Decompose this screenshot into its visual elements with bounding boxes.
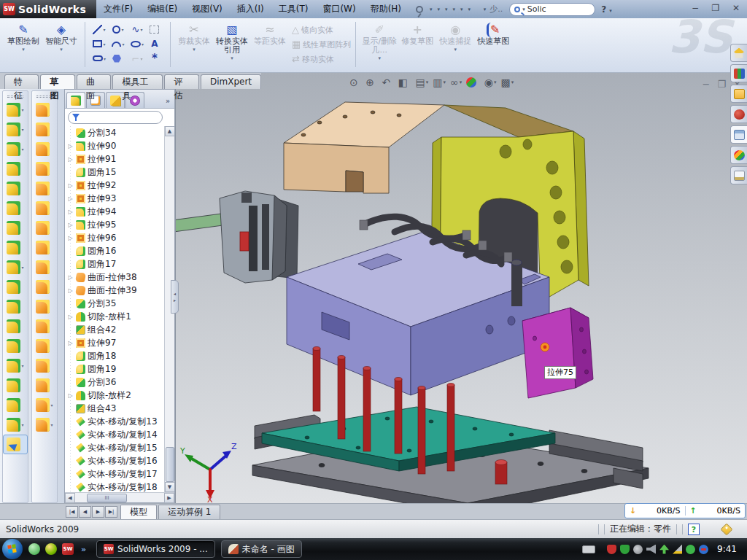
dropdown-arrow-icon[interactable]: ▾ (21, 422, 23, 427)
tree-item[interactable]: ▷ 拉伸96 (67, 231, 164, 244)
tree-item[interactable]: ▷ 圆角19 (67, 362, 164, 376)
scrollbar-thumb[interactable] (166, 447, 174, 482)
dropdown-arrow-icon[interactable]: ▾ (122, 42, 124, 47)
hud-button[interactable]: ▾ (466, 77, 480, 88)
task-pane-tab[interactable] (730, 105, 747, 123)
dropdown-arrow-icon[interactable]: ▾ (443, 79, 446, 85)
dropdown-arrow-icon[interactable]: ▾ (21, 265, 23, 270)
tree-item[interactable]: ▷ 拉伸94 (67, 205, 164, 218)
feature-toolbar-button[interactable]: ▾ (3, 297, 28, 316)
sketch-entity-button[interactable]: ▾ (90, 37, 109, 50)
part-tan-block[interactable] (284, 102, 444, 193)
standard-toolbar-button[interactable]: ▾ (427, 6, 434, 13)
feature-toolbar-button[interactable]: ▾ (3, 316, 28, 336)
quick-launch-overflow[interactable]: » (81, 545, 86, 554)
antivirus-tray-icon[interactable] (607, 545, 616, 554)
sketch-entity-button[interactable]: ▾ (109, 23, 128, 36)
menu-item[interactable]: 视图(V) (185, 0, 230, 18)
hud-button[interactable]: ▾ (450, 77, 462, 88)
commandmanager-button[interactable]: 显示/删除几... ▾ (360, 21, 398, 61)
search-dropdown-icon[interactable]: ▾ (522, 7, 525, 12)
expand-arrow-icon[interactable]: ▷ (67, 182, 74, 189)
dropdown-arrow-icon[interactable]: ▾ (193, 47, 196, 52)
tree-item[interactable]: ▷ 组合42 (67, 323, 164, 336)
scroll-right-icon[interactable]: ▶ (164, 493, 174, 503)
sketch-entity-button[interactable]: ▾ (109, 37, 128, 50)
dropdown-arrow-icon[interactable]: ▾ (140, 56, 142, 61)
feature-toolbar-button[interactable]: ▾ (3, 277, 28, 297)
tree-item[interactable]: ▷ 实体-移动/复制16 (67, 454, 164, 467)
restore-button[interactable]: ❐ (708, 2, 724, 15)
tree-item[interactable]: ▷ 切除-放样1 (67, 310, 164, 323)
tree-item[interactable]: ▷ 实体-移动/复制15 (67, 441, 164, 454)
commandmanager-button[interactable]: 智能尺寸 ▾ (42, 21, 80, 52)
sketch-entity-button[interactable]: ▾ (109, 52, 128, 65)
dropdown-arrow-icon[interactable]: ▾ (140, 27, 142, 32)
standard-toolbar-button[interactable]: ▾ (481, 6, 488, 13)
commandmanager-button[interactable]: 剪裁实体 ▾ (175, 21, 213, 61)
panel-splitter-handle[interactable]: ◂▸ (171, 280, 179, 314)
scroll-left-icon[interactable]: ◀ (65, 493, 75, 503)
search-input[interactable]: Solic (527, 4, 546, 14)
menu-item[interactable]: 窗口(W) (315, 0, 363, 18)
dropdown-arrow-icon[interactable]: ▾ (231, 55, 233, 61)
surface-toolbar-button[interactable]: ▾ (32, 159, 57, 179)
tree-item[interactable]: ▷ 实体-移动/复制13 (67, 415, 164, 428)
tree-item[interactable]: ▷ 切除-放样2 (67, 389, 164, 402)
study-nav-button[interactable]: |◀ (66, 506, 78, 518)
feature-toolbar-button[interactable]: ▾ (3, 356, 28, 376)
feature-toolbar-button[interactable]: ▾ (3, 257, 28, 277)
menu-item[interactable]: 工具(T) (271, 0, 316, 18)
keyboard-layout-icon[interactable] (582, 545, 595, 553)
motion-study-tab[interactable]: 运动算例 1 (158, 505, 220, 519)
dropdown-arrow-icon[interactable]: ▾ (379, 55, 382, 61)
surface-toolbar-button[interactable]: ▾ (32, 297, 57, 316)
tree-item[interactable]: ▷ 拉伸93 (67, 192, 164, 205)
sync-tray-icon[interactable] (699, 545, 708, 554)
tree-item[interactable]: ▷ 圆角15 (67, 166, 164, 179)
tree-item[interactable]: ▷ 圆角18 (67, 349, 164, 362)
tree-item[interactable]: ▷ 实体-移动/复制14 (67, 428, 164, 441)
surface-toolbar-button[interactable]: ▾ (32, 238, 57, 257)
surface-toolbar-button[interactable]: ▾ (32, 139, 57, 159)
wireless-tray-icon[interactable] (673, 545, 682, 554)
feature-toolbar-button[interactable]: ▾ (3, 120, 28, 139)
standard-toolbar-button[interactable]: ▾ (451, 6, 457, 13)
study-nav-button[interactable]: ▶ (92, 506, 104, 518)
commandmanager-tab[interactable]: 特征 (4, 74, 39, 89)
health-tray-icon[interactable] (686, 545, 695, 554)
toolbar-overflow[interactable]: 少.. (487, 4, 505, 15)
dropdown-arrow-icon[interactable]: ▾ (468, 7, 471, 12)
surface-toolbar-button[interactable]: ▾ (32, 316, 57, 336)
hud-button[interactable]: ▾ (433, 77, 446, 88)
model-tab[interactable]: 模型 (120, 505, 157, 519)
commandmanager-button[interactable]: 线性草图阵列 (292, 38, 351, 51)
tree-item[interactable]: ▷ 拉伸95 (67, 218, 164, 231)
feature-toolbar-button[interactable]: ▾ (3, 159, 28, 179)
quick-tips-button[interactable]: ? (688, 524, 700, 535)
hud-button[interactable]: ▾ (484, 77, 497, 88)
commandmanager-tab[interactable]: 曲面 (77, 74, 111, 89)
standard-toolbar-button[interactable]: ▾ (458, 6, 465, 13)
dropdown-arrow-icon[interactable]: ▾ (430, 7, 433, 12)
expand-arrow-icon[interactable]: ▷ (67, 222, 74, 228)
tree-item[interactable]: ▷ 拉伸90 (67, 139, 164, 152)
commandmanager-button[interactable]: 镜向实体 (292, 23, 351, 36)
tree-item[interactable]: ▷ 分割35 (67, 297, 164, 310)
help-button[interactable]: ? ▾ (598, 4, 615, 15)
standard-toolbar-button[interactable]: ▾ (436, 6, 442, 13)
task-pane-tab[interactable] (730, 85, 747, 103)
commandmanager-tab[interactable]: 评估 (164, 74, 198, 89)
close-button[interactable]: ✕ (728, 2, 744, 15)
expand-arrow-icon[interactable]: ▷ (67, 340, 74, 346)
part-magenta-block[interactable] (522, 308, 593, 398)
study-nav-button[interactable]: ▶| (105, 506, 117, 518)
scroll-down-icon[interactable]: ▼ (165, 482, 175, 492)
hud-button[interactable]: ▾ (398, 77, 411, 88)
commandmanager-button[interactable]: 移动实体 (292, 52, 351, 66)
tree-item[interactable]: ▷ 拉伸97 (67, 336, 164, 349)
dropdown-arrow-icon[interactable]: ▾ (50, 422, 53, 427)
dropdown-arrow-icon[interactable]: ▾ (22, 47, 25, 52)
feature-toolbar-button[interactable]: ▾ (3, 179, 28, 198)
task-pane-tab[interactable] (730, 125, 747, 144)
